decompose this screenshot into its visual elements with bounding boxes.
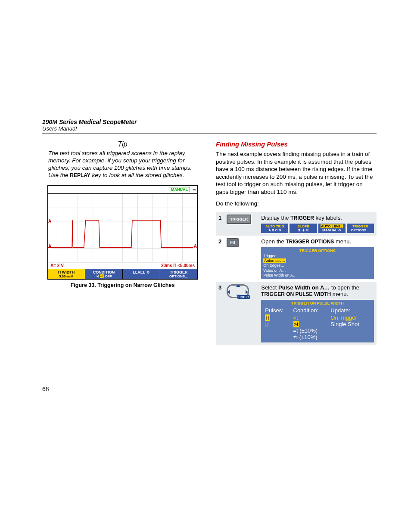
doc-title: 190M Series Medical ScopeMeter	[42, 118, 377, 125]
pulse-col-1: Pulses:	[264, 307, 291, 314]
step-row-1: 1 TRIGGER Display the TRIGGER key labels…	[216, 212, 377, 236]
enter-label: ENTER	[237, 295, 250, 299]
step-3-num: 3	[216, 282, 224, 345]
softkey-f3[interactable]: LEVEL ≎	[123, 269, 160, 279]
softkey-f4-l1: TRIGGER	[161, 270, 197, 274]
channel-marker-a-right: A	[193, 244, 197, 249]
cond-eq[interactable]: =t (±10%)	[293, 327, 318, 334]
step-1-key: TRIGGER	[290, 215, 314, 221]
waveform-trace	[48, 194, 197, 264]
step-1-text-pre: Display the	[261, 215, 290, 221]
softkey-f4-l2: OPTIONS…	[161, 274, 197, 278]
scope-screenshot: MANUAL ⎓ A A A A= 2 V 20ms Π <5.00ms	[47, 185, 198, 280]
cond-neq[interactable]: ≠t (±10%)	[293, 334, 318, 340]
step-3-bold: Pulse Width on A…	[278, 284, 330, 291]
tip-body-2: key to look at all the stored glitches.	[90, 172, 184, 178]
update-ontrig[interactable]: On Trigger	[330, 314, 357, 321]
tip-heading: Tip	[42, 140, 203, 148]
pulse-col-2: Condition:	[293, 307, 329, 314]
doc-subtitle: Users Manual	[42, 125, 377, 132]
step-3-sc: TRIGGER ON PULSE WIDTH	[261, 291, 331, 297]
softkey-f2-hl: <t	[100, 274, 104, 278]
step-3-pre: Select	[261, 284, 278, 291]
nav-enter-button[interactable]: ENTER	[227, 284, 249, 298]
section-lead: Do the following:	[216, 200, 377, 208]
step1-sk-2[interactable]: SLOPE⬆ ⬇ ✕	[290, 224, 317, 233]
steps-table: 1 TRIGGER Display the TRIGGER key labels…	[216, 212, 377, 345]
step-2-text-pre: Open the	[261, 238, 286, 245]
trigger-opt-automatic[interactable]: Automatic…	[263, 258, 286, 263]
step-row-2: 2 F4 Open the TRIGGER OPTIONS menu. TRIG…	[216, 236, 377, 282]
step-row-3: 3 ENTER Select Pulse Width on A… to open	[216, 282, 377, 345]
step1-sk-2-top: SLOPE	[290, 224, 316, 228]
step-1-softkey-row: AUTO TRIGA B C D SLOPE⬆ ⬇ ✕ AUTO LEVELMA…	[261, 224, 374, 233]
step-1-num: 1	[216, 212, 224, 236]
step1-sk-3[interactable]: AUTO LEVELMANUAL ≎	[318, 224, 346, 233]
trigger-options-title: TRIGGER OPTIONS	[263, 249, 372, 253]
trigger-opt-edges[interactable]: On Edges…	[263, 263, 372, 268]
trigger-key-button[interactable]: TRIGGER	[227, 215, 251, 224]
step1-sk-1[interactable]: AUTO TRIGA B C D	[261, 224, 288, 233]
figure-caption: Figure 33. Triggering on Narrow Glitches	[42, 282, 203, 288]
step1-sk-2-bot: ⬆ ⬇ ✕	[290, 228, 316, 232]
pulse-width-menu: TRIGGER ON PULSE WIDTH Pulses: Condition…	[261, 300, 374, 342]
step-1-text-post: key labels.	[314, 215, 342, 221]
softkey-f1-l2: 5.00ms≎	[48, 274, 84, 278]
softkey-f4[interactable]: TRIGGER OPTIONS…	[160, 269, 197, 279]
section-heading: Finding Missing Pulses	[216, 140, 377, 148]
step-2-key: TRIGGER OPTIONS	[286, 239, 334, 245]
tip-body: The test tool stores all triggered scree…	[42, 150, 203, 179]
page-number: 68	[42, 386, 49, 392]
softkey-f2-l2: >t <t OFF	[86, 274, 122, 278]
softkey-f1[interactable]: Π WIDTH 5.00ms≎	[48, 269, 85, 279]
softkey-f1-l1: Π WIDTH	[48, 270, 84, 274]
power-icon: ⎓	[193, 187, 196, 193]
step-2-num: 2	[216, 236, 224, 282]
step-3-post: menu.	[331, 291, 348, 297]
softkey-f2-l1: CONDITION	[86, 270, 122, 274]
arrow-left-icon	[227, 290, 230, 294]
step1-sk-3-bot: MANUAL ≎	[319, 228, 345, 232]
step1-sk-4-bot: OPTIONS…	[348, 228, 373, 232]
pulse-width-title: TRIGGER ON PULSE WIDTH	[263, 301, 372, 305]
trigger-opt-video[interactable]: Video on A…	[263, 268, 372, 273]
softkey-f3-l1: LEVEL ≎	[123, 270, 159, 274]
update-single[interactable]: Single Shot	[330, 321, 359, 327]
trigger-opt-pulse[interactable]: Pulse Width on A…	[263, 273, 372, 278]
pulse-col-3: Update:	[330, 307, 371, 314]
section-para: The next example covers finding missing …	[216, 150, 377, 196]
cond-gt[interactable]: >t	[293, 321, 299, 327]
step1-sk-3-top: AUTO LEVEL	[319, 224, 345, 228]
cond-lt[interactable]: <t	[293, 314, 298, 321]
pulse-pos-icon[interactable]: Π	[265, 314, 270, 321]
header-rule	[42, 134, 377, 134]
softkey-row: Π WIDTH 5.00ms≎ CONDITION >t <t OFF LEVE…	[48, 269, 197, 279]
trigger-options-label: Trigger:	[263, 254, 372, 258]
softkey-f2[interactable]: CONDITION >t <t OFF	[85, 269, 123, 279]
step-3-mid: to open the	[330, 284, 359, 291]
manual-badge: MANUAL	[169, 187, 190, 192]
step1-sk-4[interactable]: TRIGGEROPTIONS…	[347, 224, 374, 233]
arrow-up-icon	[236, 284, 240, 287]
f4-key-button[interactable]: F4	[227, 238, 239, 247]
arrow-right-icon	[246, 290, 248, 294]
pulse-neg-icon[interactable]: ⨆	[265, 321, 268, 327]
step-2-text-post: menu.	[334, 238, 351, 245]
tip-key: REPLAY	[70, 172, 90, 178]
step1-sk-1-bot: A B C D	[262, 228, 287, 232]
step1-sk-4-top: TRIGGER	[348, 224, 373, 228]
step1-sk-1-top: AUTO TRIG	[262, 224, 287, 228]
trigger-options-menu: TRIGGER OPTIONS Trigger: Automatic… On E…	[261, 247, 374, 279]
